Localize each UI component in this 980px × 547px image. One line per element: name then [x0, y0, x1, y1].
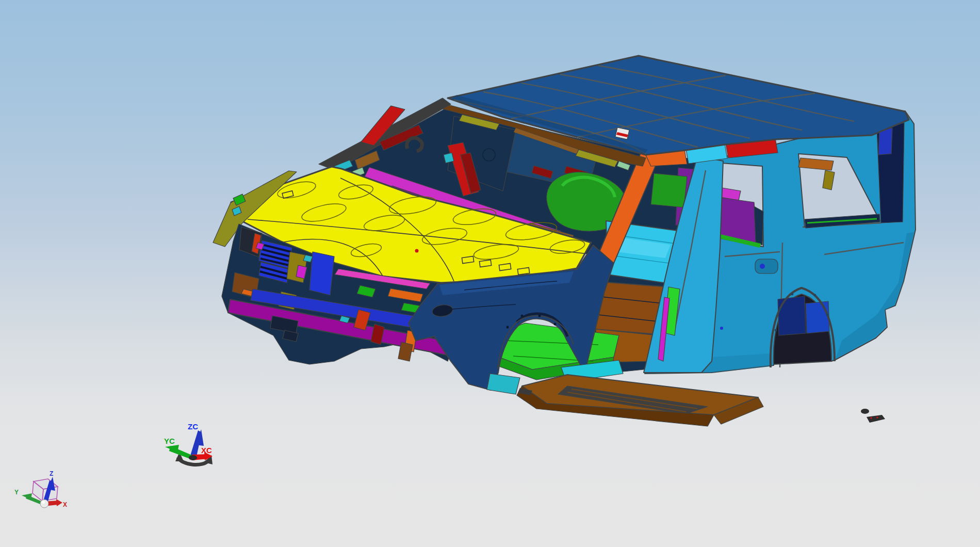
wcs-triad[interactable]: ZC YC XC — [164, 422, 213, 465]
door-handle-recess[interactable] — [755, 259, 778, 274]
wcs-y-label: YC — [164, 437, 175, 445]
door-handle-dot — [760, 264, 765, 269]
cowl-teal-bit[interactable] — [444, 153, 454, 163]
fender-bolt — [538, 315, 541, 317]
view-z-label: Z — [50, 470, 53, 477]
arch-rivet — [791, 293, 794, 296]
fender-bolt — [521, 315, 524, 317]
cad-3d-viewport[interactable]: ZC YC XC Z Y X — [0, 0, 980, 547]
door-plug — [720, 327, 723, 330]
debris-red-dot — [870, 417, 872, 419]
arch-navy-box[interactable] — [778, 296, 806, 335]
radiator-column-blue[interactable] — [309, 252, 334, 295]
debris-blob[interactable] — [861, 409, 869, 414]
view-triad[interactable]: Z Y X — [14, 470, 67, 508]
debris-red-dot — [876, 416, 878, 419]
wcs-x-label: XC — [201, 446, 212, 455]
wcs-origin[interactable] — [189, 455, 197, 460]
rear-seat-green[interactable] — [651, 173, 687, 207]
fender-bolt — [507, 326, 509, 329]
fender-teal-bracket[interactable] — [487, 374, 520, 394]
view-origin-highlight — [42, 501, 45, 504]
view-origin-sphere[interactable] — [40, 500, 48, 508]
arch-blue-box[interactable] — [806, 301, 829, 333]
window-corner-navy — [754, 206, 763, 245]
view-x-arrowhead — [56, 499, 62, 506]
view-y-label: Y — [14, 489, 19, 496]
view-x-label: X — [63, 501, 67, 508]
wcs-z-label: ZC — [188, 422, 198, 431]
debris-parts[interactable] — [861, 409, 885, 423]
debris-sliver[interactable] — [867, 415, 885, 423]
arch-rivet — [826, 314, 829, 316]
arch-rivet — [779, 309, 781, 311]
arch-rivet — [814, 294, 816, 297]
support-cyan-bit — [303, 255, 313, 262]
fender-bolt — [554, 323, 557, 326]
arch-rivet — [775, 329, 777, 332]
